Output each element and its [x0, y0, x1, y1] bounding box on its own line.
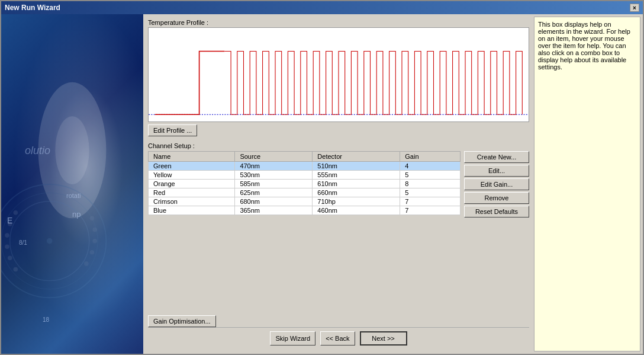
cell-source: 365nm — [235, 206, 313, 215]
svg-point-8 — [5, 233, 9, 238]
col-source: Source — [235, 152, 313, 162]
close-button[interactable]: × — [630, 4, 639, 12]
decorative-text-rotation: rotati — [66, 192, 80, 199]
decorative-text-np: np — [72, 210, 80, 219]
bottom-area: Gain Optimisation... — [148, 315, 529, 327]
temperature-chart — [148, 27, 529, 122]
remove-button[interactable]: Remove — [464, 192, 529, 204]
col-detector: Detector — [313, 152, 400, 162]
svg-point-12 — [90, 216, 95, 221]
channel-body: Name Source Detector Gain Green470nm510n… — [148, 151, 529, 218]
content-area: E 8/1 rotati np olutio 18 Temperature Pr… — [1, 14, 643, 354]
cell-name: Blue — [149, 206, 235, 215]
svg-point-1 — [55, 116, 89, 184]
decorative-label-18: 18 — [43, 316, 49, 323]
channel-table: Name Source Detector Gain Green470nm510n… — [148, 151, 461, 215]
channel-buttons: Create New... Edit... Edit Gain... Remov… — [464, 151, 529, 218]
main-panel: Temperature Profile : Edit Profile ... — [143, 14, 534, 354]
decorative-label-e: E — [7, 216, 12, 225]
table-row[interactable]: Green470nm510nm4 — [149, 162, 461, 171]
cell-gain: 5 — [400, 188, 461, 197]
temperature-chart-svg — [149, 28, 529, 121]
create-new-button[interactable]: Create New... — [464, 151, 529, 163]
main-window: New Run Wizard × — [0, 0, 644, 355]
title-bar: New Run Wizard × — [1, 1, 643, 14]
skip-wizard-button[interactable]: Skip Wizard — [270, 331, 315, 346]
help-panel: This box displays help on elements in th… — [534, 17, 640, 351]
decorative-label-8: 8/1 — [19, 239, 27, 246]
edit-button[interactable]: Edit... — [464, 165, 529, 177]
cell-name: Red — [149, 188, 235, 197]
next-button[interactable]: Next >> — [360, 331, 407, 346]
gain-optimisation-button[interactable]: Gain Optimisation... — [148, 315, 216, 327]
left-panel: E 8/1 rotati np olutio 18 — [1, 14, 143, 354]
cell-name: Orange — [149, 180, 235, 188]
channel-setup-label: Channel Setup : — [148, 142, 529, 149]
table-row[interactable]: Yellow530nm555nm5 — [149, 171, 461, 180]
channel-section: Channel Setup : Name Source Detector Gai… — [148, 142, 529, 312]
svg-point-9 — [5, 244, 9, 249]
help-text: This box displays help on elements in th… — [538, 21, 630, 71]
cell-gain: 7 — [400, 206, 461, 215]
cell-detector: 710hp — [313, 197, 400, 206]
cell-source: 530nm — [235, 171, 313, 180]
svg-point-16 — [84, 261, 89, 266]
table-row[interactable]: Red625nm660nm5 — [149, 188, 461, 197]
reset-defaults-button[interactable]: Reset Defaults — [464, 206, 529, 218]
cell-gain: 4 — [400, 162, 461, 171]
svg-point-15 — [90, 250, 95, 255]
decorative-text-olutio: olutio — [25, 145, 50, 157]
cell-detector: 660nm — [313, 188, 400, 197]
cell-source: 680nm — [235, 197, 313, 206]
temperature-label: Temperature Profile : — [148, 19, 529, 26]
cell-source: 470nm — [235, 162, 313, 171]
cell-detector: 610nm — [313, 180, 400, 188]
table-row[interactable]: Blue365nm460nm7 — [149, 206, 461, 215]
cell-name: Crimson — [149, 197, 235, 206]
cell-source: 625nm — [235, 188, 313, 197]
svg-point-14 — [92, 239, 97, 244]
svg-point-11 — [14, 267, 18, 272]
edit-profile-button[interactable]: Edit Profile ... — [148, 124, 197, 136]
edit-profile-container: Edit Profile ... — [148, 124, 529, 136]
table-row[interactable]: Orange585nm610nm8 — [149, 180, 461, 188]
col-gain: Gain — [400, 152, 461, 162]
window-title: New Run Wizard — [5, 4, 60, 12]
footer-area: Skip Wizard << Back Next >> — [148, 327, 529, 349]
edit-gain-button[interactable]: Edit Gain... — [464, 178, 529, 190]
cell-name: Green — [149, 162, 235, 171]
back-button[interactable]: << Back — [320, 331, 355, 346]
svg-point-5 — [47, 238, 53, 244]
cell-gain: 5 — [400, 171, 461, 180]
svg-point-10 — [8, 256, 12, 261]
svg-point-6 — [14, 210, 18, 215]
col-name: Name — [149, 152, 235, 162]
cell-source: 585nm — [235, 180, 313, 188]
cell-detector: 555nm — [313, 171, 400, 180]
cell-gain: 8 — [400, 180, 461, 188]
temperature-section: Temperature Profile : Edit Profile ... — [148, 19, 529, 140]
cell-detector: 510nm — [313, 162, 400, 171]
channel-table-wrapper: Name Source Detector Gain Green470nm510n… — [148, 151, 461, 218]
cell-detector: 460nm — [313, 206, 400, 215]
table-row[interactable]: Crimson680nm710hp7 — [149, 197, 461, 206]
svg-point-13 — [92, 228, 97, 232]
cell-gain: 7 — [400, 197, 461, 206]
cell-name: Yellow — [149, 171, 235, 180]
